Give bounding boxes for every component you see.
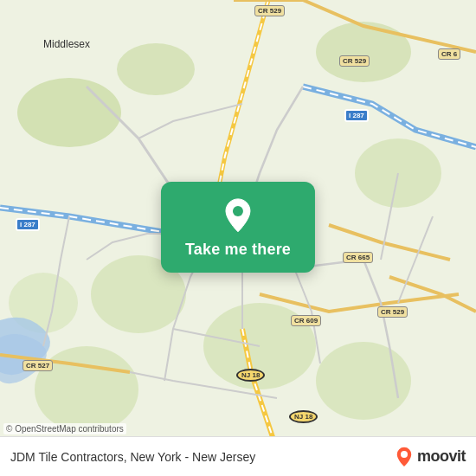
location-pin-icon <box>220 197 256 234</box>
popup-card[interactable]: Take me there <box>161 182 315 273</box>
bottom-bar: JDM Tile Contractors, New York - New Jer… <box>0 436 476 476</box>
svg-point-7 <box>316 342 411 420</box>
moovit-logo: moovit <box>395 445 466 469</box>
badge-i287-right: I 287 <box>344 109 369 122</box>
popup-label: Take me there <box>185 241 291 259</box>
badge-cr6: CR 6 <box>438 48 460 60</box>
badge-cr529-top: CR 529 <box>254 5 285 16</box>
badge-cr529-bottom: CR 529 <box>377 306 408 318</box>
moovit-pin-icon <box>395 445 414 469</box>
badge-i287-left: I 287 <box>16 218 40 231</box>
badge-cr529-right: CR 529 <box>339 55 370 67</box>
map-container: Middlesex Piscataway CR 529 CR 529 CR 6 … <box>0 0 476 476</box>
badge-cr609: CR 609 <box>291 315 321 326</box>
svg-point-1 <box>17 78 121 147</box>
svg-point-10 <box>233 206 243 216</box>
svg-point-3 <box>316 22 411 82</box>
badge-cr665: CR 665 <box>343 252 373 263</box>
svg-point-2 <box>117 43 195 95</box>
bottom-bar-text: JDM Tile Contractors, New York - New Jer… <box>10 450 386 464</box>
svg-point-11 <box>401 451 408 458</box>
badge-cr527: CR 527 <box>23 360 53 371</box>
map-attribution: © OpenStreetMap contributors <box>3 423 126 434</box>
svg-point-8 <box>35 346 138 433</box>
moovit-text: moovit <box>417 447 466 466</box>
